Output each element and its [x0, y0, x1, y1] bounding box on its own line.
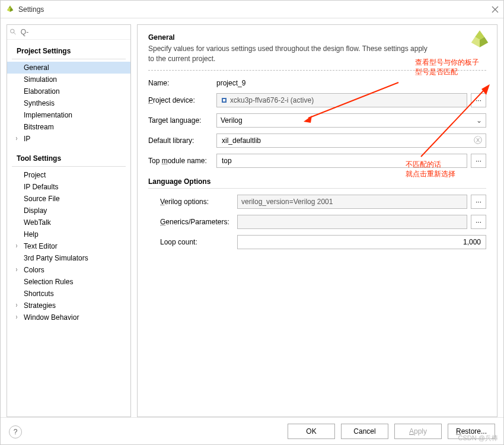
sidebar: Project Settings General Simulation Elab…	[7, 24, 131, 417]
verilog-field[interactable]: verilog_version=Verilog 2001	[237, 195, 467, 209]
chevron-down-icon: ⌄	[476, 116, 482, 125]
nav-shortcuts[interactable]: Shortcuts	[7, 288, 130, 300]
project-settings-header: Project Settings	[12, 43, 126, 59]
verilog-browse-button[interactable]: ···	[471, 195, 486, 209]
language-value: Verilog	[221, 116, 243, 125]
nav-tree: Project Settings General Simulation Elab…	[7, 40, 130, 417]
nav-simulation[interactable]: Simulation	[7, 74, 130, 85]
nav-ip-defaults[interactable]: IP Defaults	[7, 181, 130, 193]
search-input[interactable]	[20, 27, 128, 37]
nav-text-editor[interactable]: Text Editor	[7, 240, 130, 252]
nav-window-behavior[interactable]: Window Behavior	[7, 312, 130, 323]
nav-general[interactable]: General	[7, 62, 130, 74]
name-value: project_9	[216, 79, 245, 87]
device-field[interactable]: xcku3p-ffva676-2-i (active)	[216, 93, 467, 107]
row-language: Target language: Verilog ⌄	[148, 113, 486, 128]
nav-synthesis[interactable]: Synthesis	[7, 97, 130, 109]
row-topmodule: Top module name:Top module name: ···	[148, 154, 486, 168]
device-browse-button[interactable]: ···	[471, 93, 486, 107]
nav-implementation[interactable]: Implementation	[7, 109, 130, 121]
nav-webtalk[interactable]: WebTalk	[7, 217, 130, 228]
watermark: CSDN @兵棒	[458, 434, 498, 443]
nav-help[interactable]: Help	[7, 228, 130, 240]
library-label: Default library:	[148, 136, 216, 145]
row-generics: Generics/Parameters:Generics/Parameters:…	[148, 215, 486, 229]
nav-display[interactable]: Display	[7, 205, 130, 217]
generics-field[interactable]	[237, 215, 467, 229]
topmodule-label: Top module name:Top module name:	[148, 157, 216, 165]
generics-label: Generics/Parameters:Generics/Parameters:	[160, 218, 237, 226]
loop-field[interactable]	[237, 235, 486, 249]
titlebar: Settings	[1, 1, 503, 18]
library-field[interactable]: ⓧ	[216, 134, 486, 148]
topmodule-field[interactable]	[216, 154, 467, 168]
app-logo-icon	[5, 5, 15, 14]
row-verilog: Verilog options:Verilog options: verilog…	[148, 195, 486, 209]
library-input[interactable]	[221, 136, 474, 145]
clear-icon[interactable]: ⓧ	[474, 135, 482, 146]
device-label: PProject device:roject device:	[148, 96, 216, 104]
nav-colors[interactable]: Colors	[7, 264, 130, 276]
nav-selection-rules[interactable]: Selection Rules	[7, 276, 130, 288]
loop-label: Loop count:	[160, 238, 237, 246]
content-pane: General Specify values for various setti…	[137, 24, 497, 417]
tool-settings-header: Tool Settings	[12, 151, 126, 167]
help-button[interactable]: ?	[9, 425, 22, 438]
name-label: Name:	[148, 79, 216, 87]
window-title: Settings	[18, 5, 492, 14]
verilog-value: verilog_version=Verilog 2001	[241, 198, 333, 206]
svg-rect-2	[223, 99, 225, 101]
chip-icon	[221, 97, 228, 104]
row-library: Default library: ⓧ	[148, 134, 486, 148]
page-title: General	[148, 33, 486, 42]
language-select[interactable]: Verilog ⌄	[216, 113, 486, 128]
close-icon[interactable]	[492, 6, 499, 13]
svg-point-0	[11, 29, 14, 33]
row-device: PProject device:roject device: xcku3p-ff…	[148, 93, 486, 107]
page-description: Specify values for various settings used…	[148, 44, 433, 64]
search-icon	[9, 28, 17, 36]
language-options-header: Language Options	[148, 177, 486, 189]
nav-source-file[interactable]: Source File	[7, 193, 130, 205]
row-name: Name: project_9	[148, 79, 486, 87]
nav-strategies[interactable]: Strategies	[7, 300, 130, 312]
nav-bitstream[interactable]: Bitstream	[7, 121, 130, 133]
divider	[148, 70, 486, 71]
topmodule-browse-button[interactable]: ···	[471, 154, 486, 168]
cancel-button[interactable]: Cancel	[341, 424, 388, 439]
language-label: Target language:	[148, 116, 216, 125]
nav-thirdparty[interactable]: 3rd Party Simulators	[7, 252, 130, 264]
nav-elaboration[interactable]: Elaboration	[7, 85, 130, 97]
footer: ? OK Cancel ApplyApply Restore...Restore…	[1, 417, 503, 444]
apply-button: ApplyApply	[394, 424, 442, 439]
ok-button[interactable]: OK	[288, 424, 335, 439]
nav-ip[interactable]: IP	[7, 133, 130, 145]
vivado-logo-icon	[468, 28, 491, 51]
generics-browse-button[interactable]: ···	[471, 215, 486, 229]
verilog-label: Verilog options:Verilog options:	[160, 198, 237, 206]
loop-input[interactable]	[241, 237, 482, 247]
device-value: xcku3p-ffva676-2-i (active)	[230, 96, 314, 104]
topmodule-input[interactable]	[221, 156, 463, 166]
nav-project[interactable]: Project	[7, 169, 130, 181]
row-loop: Loop count:	[148, 235, 486, 249]
search-box[interactable]	[7, 25, 130, 40]
